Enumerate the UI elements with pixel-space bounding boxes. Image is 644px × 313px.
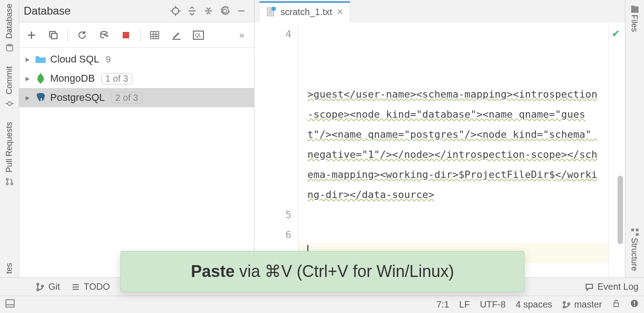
branch-icon — [36, 282, 45, 292]
check-icon[interactable]: ✔ — [612, 28, 620, 40]
postgresql-icon — [35, 92, 47, 104]
tree-count: 2 of 3 — [111, 92, 142, 104]
chevron-right-icon: ▸ — [24, 73, 31, 83]
tree-count: 1 of 3 — [101, 73, 132, 84]
svg-rect-26 — [172, 39, 181, 40]
svg-rect-36 — [636, 233, 639, 236]
svg-point-4 — [6, 178, 8, 180]
event-log-button[interactable]: Event Log — [585, 282, 639, 292]
database-icon — [4, 42, 15, 53]
structure-icon — [629, 227, 640, 238]
expand-all-icon[interactable] — [184, 3, 200, 19]
collapse-all-icon[interactable] — [200, 3, 217, 19]
git-tool-button[interactable]: Git — [36, 282, 60, 292]
database-header: Database — [19, 0, 254, 22]
rail-tab-trunc[interactable]: tes — [5, 263, 14, 274]
sync-button[interactable] — [96, 27, 112, 43]
tree-label: MongoDB — [50, 73, 95, 84]
commit-icon — [4, 98, 15, 109]
svg-point-6 — [11, 183, 13, 185]
svg-point-19 — [101, 31, 107, 34]
minimize-icon[interactable] — [233, 3, 249, 19]
rail-tab-pull-requests[interactable]: Pull Requests — [4, 122, 15, 187]
svg-rect-52 — [614, 303, 618, 307]
database-toolbar: QL » — [19, 22, 254, 48]
svg-point-39 — [42, 285, 43, 287]
scrollbar-thumb[interactable] — [618, 176, 623, 244]
text-file-icon — [266, 7, 276, 17]
notify-icon[interactable] — [630, 299, 639, 310]
editor-area: scratch_1.txt ✕ 4 5 6 7 >guest</user-nam… — [254, 0, 625, 277]
rail-tab-structure[interactable]: Structure — [629, 227, 640, 273]
tree-label: PostgreSQL — [50, 92, 105, 104]
editor-gutter: 4 5 6 7 — [254, 22, 298, 277]
database-tool-window: Database QL » ▸ Cloud SQL — [19, 0, 254, 277]
ql-console-button[interactable]: QL — [191, 27, 206, 43]
git-branch-widget[interactable]: master — [562, 299, 602, 310]
file-encoding[interactable]: UTF-8 — [480, 299, 506, 310]
tab-scratch-1[interactable]: scratch_1.txt ✕ — [259, 1, 350, 22]
svg-rect-18 — [52, 33, 57, 39]
line-ending[interactable]: LF — [459, 299, 470, 310]
database-tree[interactable]: ▸ Cloud SQL 9 ▸ MongoDB 1 of 3 ▸ Postgre… — [19, 48, 254, 277]
pull-request-icon — [4, 176, 15, 187]
rail-label-files: Files — [629, 15, 639, 32]
svg-rect-47 — [6, 300, 14, 307]
more-button[interactable]: » — [234, 27, 249, 43]
target-icon[interactable] — [167, 3, 184, 19]
refresh-button[interactable] — [74, 27, 90, 43]
stop-button[interactable] — [118, 27, 134, 43]
branch-icon — [562, 301, 571, 309]
tree-row-postgresql[interactable]: ▸ PostgreSQL 2 of 3 — [19, 88, 254, 107]
left-tool-rail: Database Commit Pull Requests tes — [0, 0, 19, 277]
window-icon[interactable] — [5, 299, 15, 310]
svg-rect-34 — [631, 229, 634, 231]
settings-icon[interactable] — [217, 3, 233, 19]
rail-tab-files[interactable]: Files — [629, 4, 640, 34]
todo-tool-button[interactable]: TODO — [71, 282, 110, 292]
hint-rest: via ⌘V (Ctrl+V for Win/Linux) — [234, 262, 454, 281]
svg-point-50 — [563, 306, 565, 308]
toolbar-separator — [68, 28, 68, 42]
editor-tabs: scratch_1.txt ✕ — [254, 0, 625, 22]
svg-rect-21 — [151, 31, 159, 39]
svg-text:QL: QL — [195, 32, 202, 38]
files-icon — [629, 4, 640, 15]
tree-row-mongodb[interactable]: ▸ MongoDB 1 of 3 — [19, 69, 254, 88]
rail-label-database: Database — [5, 4, 14, 39]
branch-name: master — [574, 299, 602, 310]
lock-icon[interactable] — [612, 299, 620, 310]
rail-label-pull-requests: Pull Requests — [5, 122, 14, 172]
caret-position[interactable]: 7:1 — [436, 299, 449, 310]
rail-tab-database[interactable]: Database — [4, 4, 15, 53]
mongodb-icon — [35, 73, 47, 84]
svg-point-51 — [568, 303, 570, 305]
table-view-button[interactable] — [147, 27, 162, 43]
speech-bubble-icon — [585, 282, 594, 292]
line-number: 4 — [254, 24, 291, 44]
indent-setting[interactable]: 4 spaces — [516, 299, 552, 310]
list-icon — [71, 282, 80, 292]
paste-hint-toast: Paste via ⌘V (Ctrl+V for Win/Linux) — [120, 251, 525, 292]
git-label: Git — [48, 282, 60, 292]
tab-filename: scratch_1.txt — [280, 7, 332, 17]
tree-row-cloud-sql[interactable]: ▸ Cloud SQL 9 — [19, 50, 254, 69]
rail-tab-commit[interactable]: Commit — [4, 66, 15, 109]
close-icon[interactable]: ✕ — [337, 7, 343, 17]
editor-content[interactable]: >guest</user-name><schema-mapping><intro… — [298, 22, 608, 277]
duplicate-button[interactable] — [46, 27, 61, 43]
status-bar: 7:1 LF UTF-8 4 spaces master — [0, 296, 644, 313]
edit-button[interactable] — [169, 27, 184, 43]
rail-label-commit: Commit — [5, 66, 14, 94]
svg-point-49 — [563, 302, 565, 303]
toolbar-separator — [140, 28, 140, 42]
svg-point-38 — [37, 289, 39, 291]
database-title: Database — [24, 5, 167, 17]
svg-point-5 — [6, 183, 8, 185]
add-datasource-button[interactable] — [24, 27, 39, 43]
rail-label-structure: Structure — [629, 238, 639, 271]
tree-label: Cloud SQL — [50, 53, 99, 65]
svg-point-7 — [172, 8, 179, 14]
svg-point-0 — [6, 44, 13, 47]
svg-point-1 — [8, 102, 11, 105]
